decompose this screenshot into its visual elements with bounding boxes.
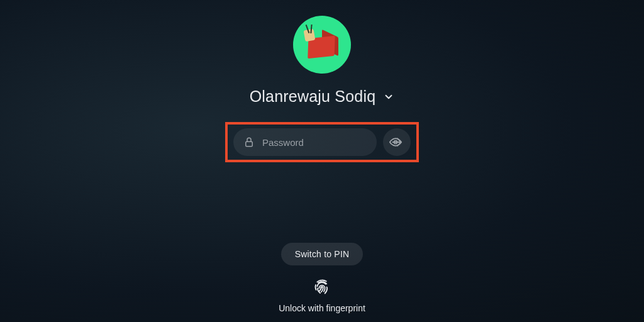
- svg-rect-0: [246, 142, 253, 147]
- chevron-down-icon: [383, 91, 394, 103]
- user-switcher[interactable]: Olanrewaju Sodiq: [250, 87, 395, 106]
- password-field-container: [233, 128, 377, 156]
- password-highlight-box: [225, 122, 419, 162]
- avatar-origami-snail: [303, 26, 341, 64]
- switch-to-pin-button[interactable]: Switch to PIN: [281, 243, 364, 265]
- lock-icon: [243, 136, 255, 148]
- user-name-label: Olanrewaju Sodiq: [250, 87, 376, 106]
- fingerprint-unlock-label: Unlock with fingerprint: [279, 303, 365, 313]
- user-avatar[interactable]: [293, 16, 351, 74]
- fingerprint-icon[interactable]: [313, 278, 331, 296]
- submit-arrow-button[interactable]: [383, 128, 411, 156]
- password-input[interactable]: [262, 137, 382, 148]
